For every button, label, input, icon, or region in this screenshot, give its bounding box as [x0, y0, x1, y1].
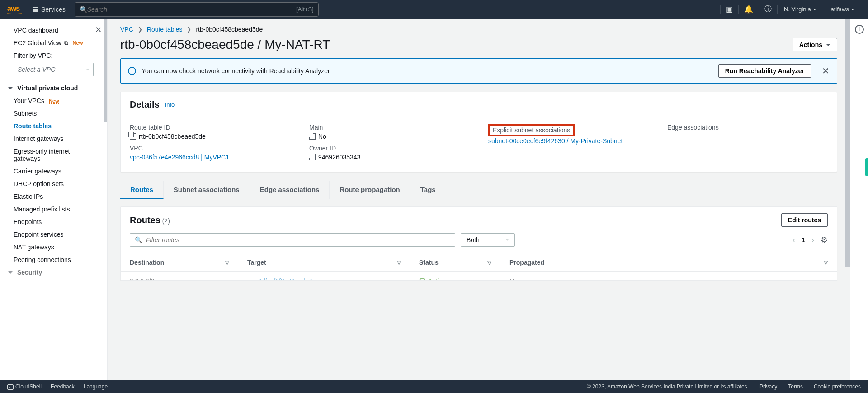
col-destination[interactable]: Destination▽ — [121, 253, 238, 271]
sidebar-managed-prefix-lists[interactable]: Managed prefix lists — [0, 203, 107, 215]
help-icon[interactable]: ⓘ — [759, 5, 777, 14]
aws-logo[interactable]: aws — [7, 5, 22, 14]
banner-close-icon[interactable]: ✕ — [822, 66, 830, 76]
sidebar-section-vpc[interactable]: Virtual private cloud — [0, 82, 107, 94]
grid-icon — [33, 7, 38, 12]
footer-privacy[interactable]: Privacy — [760, 384, 777, 390]
sidebar-peering-connections[interactable]: Peering connections — [0, 253, 107, 266]
col-status[interactable]: Status▽ — [410, 253, 500, 271]
tab-edge-associations[interactable]: Edge associations — [250, 181, 330, 199]
section-label: Security — [17, 269, 42, 276]
sidebar-section-security[interactable]: Security — [0, 266, 107, 279]
search-input[interactable] — [87, 6, 296, 13]
breadcrumb-vpc[interactable]: VPC — [120, 26, 133, 33]
services-menu[interactable]: Services — [29, 3, 70, 16]
status-active-icon — [419, 278, 425, 280]
sidebar-close-icon[interactable]: ✕ — [95, 25, 102, 35]
actions-button[interactable]: Actions — [793, 38, 837, 51]
routes-table: Destination▽ Target▽ Status▽ Propagated▽… — [121, 253, 837, 280]
settings-gear-icon[interactable]: ⚙ — [821, 235, 828, 245]
services-label: Services — [41, 6, 66, 13]
sidebar-elastic-ips[interactable]: Elastic IPs — [0, 190, 107, 203]
cell-target[interactable]: nat-0dfcef0f8e70eede4 — [238, 272, 410, 280]
sidebar-nat-gateways[interactable]: NAT gateways — [0, 241, 107, 253]
footer-cookie-preferences[interactable]: Cookie preferences — [814, 384, 861, 390]
sidebar-item-label: Your VPCs — [14, 97, 44, 104]
notifications-icon[interactable]: 🔔 — [738, 5, 759, 14]
page-title: rtb-0b0cf458cbeaed5de / My-NAT-RT — [120, 37, 330, 52]
tab-tags[interactable]: Tags — [410, 181, 446, 199]
pager-next-icon[interactable]: › — [811, 235, 814, 245]
edit-routes-button[interactable]: Edit routes — [781, 213, 828, 227]
feedback-tab-icon[interactable] — [865, 158, 868, 176]
route-table-id-value: rtb-0b0cf458cbeaed5de — [130, 133, 291, 140]
sidebar-endpoint-services[interactable]: Endpoint services — [0, 228, 107, 241]
route-table-id-label: Route table ID — [130, 124, 291, 131]
run-reachability-button[interactable]: Run Reachability Analyzer — [718, 64, 811, 78]
details-info-link[interactable]: Info — [165, 101, 175, 108]
sidebar-vpc-dashboard[interactable]: VPC dashboard — [0, 24, 107, 37]
footer-cloudshell[interactable]: ›_CloudShell — [7, 384, 42, 390]
copy-icon[interactable] — [309, 154, 316, 160]
cloudshell-icon[interactable]: ▣ — [720, 5, 738, 14]
tab-route-propagation[interactable]: Route propagation — [330, 181, 410, 199]
sidebar-scrollbar[interactable] — [104, 19, 107, 122]
info-panel-toggle-icon[interactable]: i — [855, 25, 864, 34]
routes-filter-select[interactable]: Both — [461, 233, 515, 247]
caret-down-icon — [505, 239, 509, 241]
global-search[interactable]: 🔍 [Alt+S] — [75, 2, 319, 17]
main-content: VPC ❯ Route tables ❯ rtb-0b0cf458cbeaed5… — [108, 19, 850, 380]
new-badge: New — [49, 98, 59, 104]
sidebar-carrier-gateways[interactable]: Carrier gateways — [0, 165, 107, 178]
pager-prev-icon[interactable]: ‹ — [793, 235, 795, 245]
sidebar-egress-only-igw[interactable]: Egress-only internet gateways — [0, 145, 107, 165]
sidebar-internet-gateways[interactable]: Internet gateways — [0, 132, 107, 145]
footer-terms[interactable]: Terms — [788, 384, 803, 390]
caret-down-icon — [851, 9, 854, 10]
breadcrumb-route-tables[interactable]: Route tables — [147, 26, 183, 33]
search-icon: 🔍 — [135, 236, 142, 243]
edge-associations-label: Edge associations — [667, 124, 828, 131]
account-menu[interactable]: latifaws — [823, 5, 861, 14]
cell-status: Active — [410, 272, 500, 280]
routes-pager: ‹ 1 › ⚙ — [793, 235, 828, 245]
actions-label: Actions — [799, 41, 822, 48]
footer-feedback[interactable]: Feedback — [51, 384, 75, 390]
sidebar-dhcp-option-sets[interactable]: DHCP option sets — [0, 178, 107, 190]
section-label: Virtual private cloud — [17, 84, 78, 92]
vpc-link[interactable]: vpc-086f57e4e2966ccd8 | MyVPC1 — [130, 154, 291, 161]
owner-id-label: Owner ID — [309, 145, 470, 152]
region-selector[interactable]: N. Virginia — [777, 5, 823, 14]
explicit-subnet-link[interactable]: subnet-00ce0ecf6e9f42630 / My-Private-Su… — [488, 137, 649, 145]
chevron-right-icon: ❯ — [138, 26, 142, 33]
edge-associations-value: – — [667, 133, 828, 140]
sort-icon: ▽ — [487, 259, 491, 266]
explicit-subnet-label: Explicit subnet associations — [493, 126, 570, 134]
filter-routes-input[interactable] — [146, 236, 450, 243]
vpc-filter-select[interactable]: Select a VPC — [14, 63, 94, 76]
info-icon: i — [128, 67, 136, 75]
copy-icon[interactable] — [130, 133, 136, 140]
reachability-banner: i You can now check network connectivity… — [120, 58, 837, 84]
sidebar-endpoints[interactable]: Endpoints — [0, 215, 107, 228]
routes-card: Routes (2) Edit routes 🔍 Both ‹ 1 › — [120, 206, 837, 281]
footer-language[interactable]: Language — [84, 384, 108, 390]
sidebar-ec2-global-view[interactable]: EC2 Global View ⧉ New — [0, 37, 107, 49]
sidebar-subnets[interactable]: Subnets — [0, 107, 107, 120]
copy-icon[interactable] — [309, 133, 316, 140]
sidebar-route-tables[interactable]: Route tables — [0, 120, 107, 132]
caret-down-icon — [826, 44, 830, 46]
col-propagated[interactable]: Propagated▽ — [500, 253, 837, 271]
tabs: Routes Subnet associations Edge associat… — [120, 181, 837, 199]
caret-down-icon — [8, 87, 13, 89]
sidebar-your-vpcs[interactable]: Your VPCsNew — [0, 94, 107, 107]
main-scrollbar[interactable] — [845, 19, 850, 267]
tab-subnet-associations[interactable]: Subnet associations — [164, 181, 250, 199]
owner-id-value: 946926035343 — [309, 154, 470, 161]
sidebar-item-label: EC2 Global View — [14, 39, 61, 47]
vpc-label: VPC — [130, 145, 291, 152]
col-target[interactable]: Target▽ — [238, 253, 410, 271]
filter-routes-wrap[interactable]: 🔍 — [130, 233, 455, 247]
explicit-subnet-highlight: Explicit subnet associations — [488, 124, 575, 136]
tab-routes[interactable]: Routes — [120, 181, 164, 199]
